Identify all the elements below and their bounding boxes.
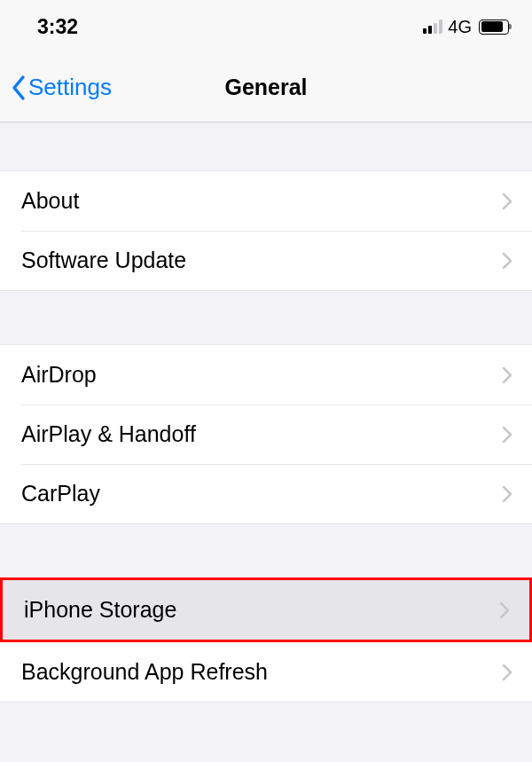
- chevron-right-icon: [502, 366, 512, 384]
- status-bar: 3:32 4G: [0, 0, 532, 53]
- battery-icon: [479, 20, 509, 35]
- chevron-right-icon: [499, 601, 510, 619]
- row-carplay[interactable]: CarPlay: [0, 464, 532, 523]
- back-label: Settings: [28, 74, 112, 101]
- status-indicators: 4G: [423, 17, 509, 37]
- row-label: Background App Refresh: [21, 659, 502, 685]
- chevron-right-icon: [502, 426, 512, 444]
- row-label: CarPlay: [21, 481, 502, 507]
- cellular-signal-icon: [423, 20, 442, 34]
- settings-group-2: AirDrop AirPlay & Handoff CarPlay: [0, 344, 532, 524]
- row-label: iPhone Storage: [24, 597, 499, 623]
- settings-group-1: About Software Update: [0, 170, 532, 291]
- row-label: AirDrop: [21, 362, 502, 388]
- network-type-label: 4G: [448, 17, 472, 37]
- chevron-right-icon: [502, 192, 512, 210]
- row-iphone-storage[interactable]: iPhone Storage: [3, 580, 529, 640]
- highlighted-selection: iPhone Storage: [0, 577, 532, 642]
- row-label: About: [21, 188, 502, 214]
- row-label: Software Update: [21, 247, 502, 273]
- row-airplay-handoff[interactable]: AirPlay & Handoff: [0, 405, 532, 464]
- row-software-update[interactable]: Software Update: [0, 231, 532, 290]
- back-button[interactable]: Settings: [0, 74, 112, 101]
- chevron-right-icon: [502, 252, 512, 270]
- status-time: 3:32: [37, 15, 78, 39]
- navigation-header: Settings General: [0, 53, 532, 122]
- settings-group-3-continued: Background App Refresh: [0, 642, 532, 703]
- chevron-left-icon: [11, 75, 27, 101]
- chevron-right-icon: [502, 664, 512, 681]
- row-airdrop[interactable]: AirDrop: [0, 345, 532, 405]
- row-background-app-refresh[interactable]: Background App Refresh: [0, 642, 532, 702]
- chevron-right-icon: [502, 485, 512, 503]
- row-about[interactable]: About: [0, 171, 532, 231]
- row-label: AirPlay & Handoff: [21, 421, 502, 447]
